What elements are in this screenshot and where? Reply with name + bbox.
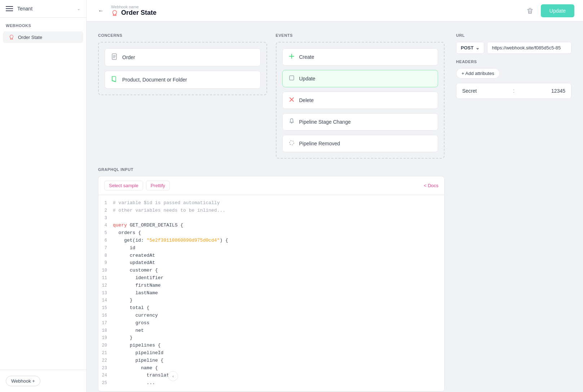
code-line-9: 9 updatedAt (98, 259, 444, 267)
update-icon (288, 75, 295, 83)
event-pipeline-stage-label: Pipeline Stage Change (299, 119, 351, 125)
url-section: URL POST ⌄ (456, 33, 571, 54)
sidebar-item-label: Order State (18, 35, 42, 40)
event-item-delete[interactable]: Delete (282, 92, 438, 109)
prettify-button[interactable]: Prettify (146, 181, 170, 190)
event-item-pipeline-stage[interactable]: Pipeline Stage Change (282, 113, 438, 131)
code-line-11: 11 identifier (98, 274, 444, 282)
code-line-15: 15 total { (98, 304, 444, 312)
concern-item-product[interactable]: Product, Document or Folder (105, 71, 261, 89)
code-line-19: 19 } (98, 334, 444, 342)
graphql-section: GRAPHQL INPUT Select sample Prettify < D… (98, 167, 445, 392)
code-line-13: 13 lastName (98, 290, 444, 297)
event-delete-label: Delete (299, 97, 314, 103)
graphql-title: GRAPHQL INPUT (98, 167, 445, 172)
sidebar-header: Tenant ⌄ (0, 0, 86, 18)
dashed-circle-icon (288, 140, 295, 147)
code-line-2: 2# other variables needs to be inlined..… (98, 207, 444, 215)
event-update-label: Update (299, 76, 315, 82)
code-line-14: 14 } (98, 297, 444, 304)
url-input[interactable] (487, 42, 571, 54)
concerns-events-row: CONCERNS Order (98, 33, 445, 159)
header-row-secret: Secret : 12345 (456, 83, 571, 99)
event-item-update[interactable]: Update (282, 70, 438, 87)
create-icon (288, 53, 295, 61)
code-line-18: 18 net (98, 327, 444, 335)
concern-product-label: Product, Document or Folder (122, 77, 187, 83)
concern-item-order[interactable]: Order (105, 48, 261, 66)
bell-icon (288, 118, 295, 126)
sidebar-item-order-state[interactable]: Order State (3, 31, 83, 43)
code-line-5: 5 orders { (98, 229, 444, 237)
code-line-3: 3 (98, 215, 444, 222)
delete-event-icon (288, 96, 295, 104)
code-line-16: 16 currency (98, 312, 444, 320)
events-column: EVENTS Create (276, 33, 445, 159)
concerns-column: CONCERNS Order (98, 33, 267, 159)
add-attributes-button[interactable]: + Add attributes (456, 68, 500, 79)
select-sample-button[interactable]: Select sample (104, 181, 143, 190)
content-right: URL POST ⌄ HEADERS + Add attributes Secr (456, 33, 571, 380)
back-button[interactable]: ← (95, 5, 107, 17)
code-line-4: 4query GET_ORDER_DETAILS { (98, 222, 444, 229)
event-pipeline-removed-label: Pipeline Removed (299, 141, 340, 146)
event-item-create[interactable]: Create (282, 48, 438, 66)
webhook-label-group: Webhook name Order State (111, 5, 156, 17)
url-row: POST ⌄ (456, 42, 571, 54)
tenant-name: Tenant (17, 6, 32, 12)
topbar-left: ← Webhook name Order State (95, 5, 156, 17)
topbar: ← Webhook name Order State (87, 0, 583, 22)
code-line-23: 23 name { (98, 365, 444, 372)
svg-rect-1 (290, 76, 294, 80)
update-button[interactable]: Update (541, 4, 574, 17)
collapse-sidebar-button[interactable]: ‹ (168, 371, 178, 381)
webhook-add-button[interactable]: Webhook + (6, 376, 40, 386)
method-chevron-icon: ⌄ (476, 45, 480, 50)
docs-button[interactable]: < Docs (424, 183, 438, 188)
content-area: CONCERNS Order (87, 22, 583, 392)
main-content: ← Webhook name Order State (87, 0, 583, 392)
concerns-title: CONCERNS (98, 33, 267, 38)
concerns-box: Order Product, Document or Folder (98, 42, 267, 95)
code-line-7: 7 id (98, 245, 444, 252)
webhook-name-icon (111, 9, 118, 17)
hamburger-icon[interactable] (6, 6, 13, 11)
delete-button[interactable] (524, 4, 536, 17)
code-line-1: 1# variable $id is passed automatically (98, 199, 444, 207)
code-line-25: 25 ... (98, 379, 444, 387)
header-separator: : (513, 88, 514, 94)
event-create-label: Create (299, 54, 314, 60)
code-line-17: 17 gross (98, 320, 444, 327)
code-line-22: 22 pipeline { (98, 357, 444, 365)
graphql-toolbar: Select sample Prettify < Docs (98, 176, 445, 195)
webhook-title: Order State (121, 9, 156, 17)
tenant-chevron-icon[interactable]: ⌄ (77, 6, 80, 11)
code-line-8: 8 createdAt (98, 252, 444, 260)
code-line-21: 21 pipelineId (98, 349, 444, 357)
svg-point-2 (290, 141, 294, 145)
sidebar: Tenant ⌄ Webhooks Order State Webhook + (0, 0, 87, 392)
code-line-20: 20 pipelines { (98, 342, 444, 349)
header-value-secret: 12345 (519, 88, 565, 94)
method-label: POST (461, 45, 473, 50)
method-select[interactable]: POST ⌄ (456, 42, 484, 54)
webhook-name-hint: Webhook name (111, 5, 156, 9)
headers-section-title: HEADERS (456, 60, 571, 64)
code-line-24: 24 translation (98, 372, 444, 379)
headers-section: HEADERS + Add attributes Secret : 12345 (456, 60, 571, 99)
code-line-10: 10 customer { (98, 267, 444, 274)
content-left: CONCERNS Order (98, 33, 445, 380)
event-item-pipeline-removed[interactable]: Pipeline Removed (282, 135, 438, 152)
code-line-12: 12 firstName (98, 282, 444, 290)
book-icon (111, 75, 118, 84)
events-title: EVENTS (276, 33, 445, 38)
events-box: Create Update (276, 42, 445, 159)
order-icon (111, 53, 118, 62)
concern-order-label: Order (122, 54, 135, 60)
sidebar-footer: Webhook + (0, 370, 86, 392)
code-editor[interactable]: 1# variable $id is passed automatically … (98, 195, 445, 392)
sidebar-section-title: Webhooks (0, 18, 86, 31)
url-section-title: URL (456, 33, 571, 38)
code-line-6: 6 get(id: "5e2f39110860890d975d0cd4") { (98, 237, 444, 245)
webhook-item-icon (9, 34, 14, 40)
